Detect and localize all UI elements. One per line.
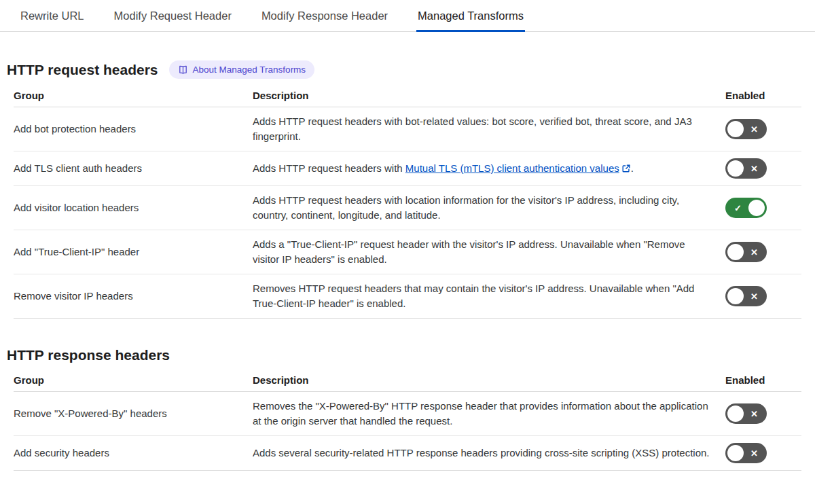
main-content: HTTP request headersAbout Managed Transf… bbox=[0, 60, 815, 478]
table-row: Add bot protection headersAdds HTTP requ… bbox=[14, 107, 801, 151]
tab-managed-transforms[interactable]: Managed Transforms bbox=[416, 0, 525, 32]
group-cell: Remove visitor IP headers bbox=[14, 289, 244, 304]
external-link-icon bbox=[619, 162, 631, 174]
section-title: HTTP request headers bbox=[7, 62, 158, 78]
table-header-row: GroupDescriptionEnabled bbox=[14, 83, 801, 107]
enabled-cell: ✕ bbox=[725, 158, 801, 179]
table-row: Add "True-Client-IP" headerAdds a "True-… bbox=[14, 230, 801, 274]
toggle-knob bbox=[727, 406, 744, 422]
enabled-cell: ✕ bbox=[725, 403, 801, 424]
description-cell: Adds HTTP request headers with bot-relat… bbox=[253, 114, 717, 144]
tab-bar: Rewrite URLModify Request HeaderModify R… bbox=[0, 0, 815, 32]
x-icon: ✕ bbox=[744, 248, 765, 257]
group-cell: Remove "X-Powered-By" headers bbox=[14, 406, 244, 421]
enabled-cell: ✓ bbox=[725, 198, 801, 218]
description-text: Adds HTTP request headers with bbox=[253, 162, 405, 174]
description-cell: Adds HTTP request headers with Mutual TL… bbox=[253, 161, 717, 176]
tab-rewrite-url[interactable]: Rewrite URL bbox=[19, 0, 86, 32]
badge-label: About Managed Transforms bbox=[193, 65, 306, 75]
group-cell: Add TLS client auth headers bbox=[14, 161, 244, 176]
description-text: . bbox=[631, 162, 634, 174]
toggle-knob bbox=[748, 200, 765, 216]
enabled-toggle-remove-x-powered-by-headers[interactable]: ✕ bbox=[725, 403, 767, 424]
x-icon: ✕ bbox=[744, 449, 765, 458]
table-row: Add security headersAdds several securit… bbox=[14, 436, 801, 471]
enabled-toggle-add-tls-client-auth-headers[interactable]: ✕ bbox=[725, 158, 767, 179]
column-header-enabled: Enabled bbox=[725, 374, 801, 386]
transforms-table: GroupDescriptionEnabledRemove "X-Powered… bbox=[14, 367, 801, 471]
section-title: HTTP response headers bbox=[7, 347, 170, 363]
enabled-cell: ✕ bbox=[725, 242, 801, 262]
x-icon: ✕ bbox=[744, 292, 765, 301]
table-row: Add visitor location headersAdds HTTP re… bbox=[14, 186, 801, 230]
column-header-group: Group bbox=[14, 90, 244, 101]
table-row: Remove visitor IP headersRemoves HTTP re… bbox=[14, 274, 801, 319]
group-cell: Add bot protection headers bbox=[14, 122, 244, 137]
mtls-client-auth-link[interactable]: Mutual TLS (mTLS) client authentication … bbox=[405, 162, 619, 174]
enabled-toggle-remove-visitor-ip-headers[interactable]: ✕ bbox=[725, 286, 767, 306]
table-header-row: GroupDescriptionEnabled bbox=[14, 367, 801, 392]
column-header-description: Description bbox=[253, 374, 717, 386]
toggle-knob bbox=[727, 160, 744, 177]
column-header-description: Description bbox=[253, 90, 717, 101]
enabled-toggle-add-true-client-ip-header[interactable]: ✕ bbox=[725, 242, 767, 262]
enabled-toggle-add-visitor-location-headers[interactable]: ✓ bbox=[725, 198, 767, 218]
description-cell: Removes HTTP request headers that may co… bbox=[253, 281, 717, 311]
x-icon: ✕ bbox=[744, 410, 765, 418]
toggle-knob bbox=[727, 445, 744, 461]
transforms-table: GroupDescriptionEnabledAdd bot protectio… bbox=[14, 83, 801, 319]
tab-modify-request-header[interactable]: Modify Request Header bbox=[113, 0, 233, 32]
toggle-knob bbox=[727, 121, 744, 137]
tab-modify-response-header[interactable]: Modify Response Header bbox=[260, 0, 389, 32]
about-managed-transforms-badge[interactable]: About Managed Transforms bbox=[169, 60, 315, 79]
enabled-toggle-add-bot-protection-headers[interactable]: ✕ bbox=[725, 119, 767, 139]
section-http-response-headers: HTTP response headersGroupDescriptionEna… bbox=[7, 347, 801, 471]
description-cell: Removes the "X-Powered-By" HTTP response… bbox=[253, 399, 717, 429]
description-cell: Adds several security-related HTTP respo… bbox=[253, 446, 717, 461]
enabled-cell: ✕ bbox=[725, 443, 801, 463]
group-cell: Add "True-Client-IP" header bbox=[14, 245, 244, 259]
enabled-cell: ✕ bbox=[725, 286, 801, 306]
description-cell: Adds a "True-Client-IP" request header w… bbox=[253, 237, 717, 267]
toggle-knob bbox=[727, 244, 744, 260]
toggle-knob bbox=[727, 288, 744, 304]
book-icon bbox=[178, 65, 188, 75]
table-row: Add TLS client auth headersAdds HTTP req… bbox=[14, 151, 801, 186]
column-header-enabled: Enabled bbox=[725, 90, 801, 101]
column-header-group: Group bbox=[14, 374, 244, 386]
table-row: Remove "X-Powered-By" headersRemoves the… bbox=[14, 392, 801, 436]
x-icon: ✕ bbox=[744, 164, 765, 173]
description-cell: Adds HTTP request headers with location … bbox=[253, 193, 717, 223]
group-cell: Add visitor location headers bbox=[14, 200, 244, 215]
group-cell: Add security headers bbox=[14, 446, 244, 461]
enabled-toggle-add-security-headers[interactable]: ✕ bbox=[725, 443, 767, 463]
check-icon: ✓ bbox=[727, 204, 748, 213]
section-http-request-headers: HTTP request headersAbout Managed Transf… bbox=[7, 60, 801, 319]
x-icon: ✕ bbox=[744, 125, 765, 134]
enabled-cell: ✕ bbox=[725, 119, 801, 139]
